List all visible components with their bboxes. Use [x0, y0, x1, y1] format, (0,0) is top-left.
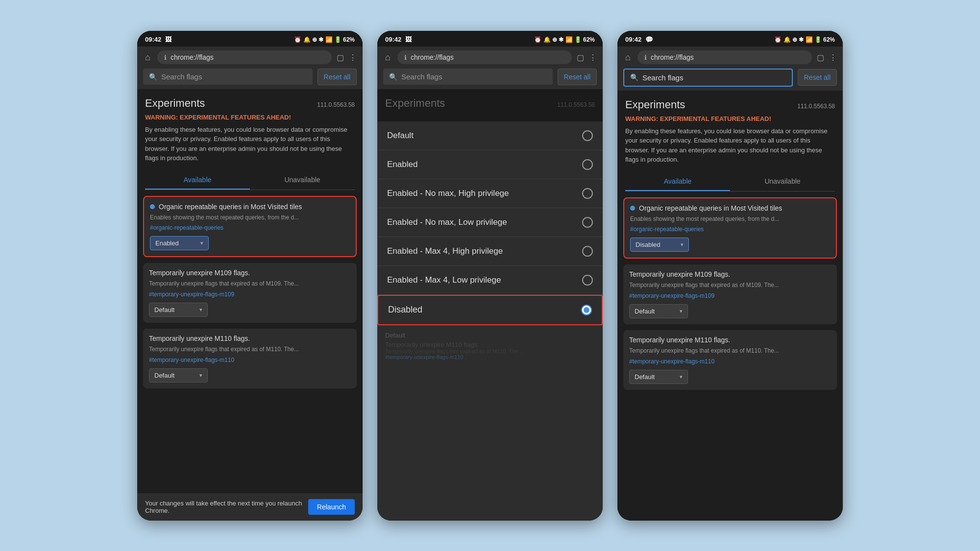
- flag-select-3-2[interactable]: Default ▾: [629, 304, 688, 318]
- address-text-1: chrome://flags: [171, 53, 214, 61]
- info-icon-1: ℹ: [164, 54, 167, 61]
- search-bar-row-1: 🔍 Search flags Reset all: [143, 69, 357, 85]
- tab-count-icon-1[interactable]: ▢: [337, 53, 344, 62]
- tab-available-3[interactable]: Available: [625, 172, 730, 191]
- search-icon-3: 🔍: [630, 73, 638, 81]
- flag-desc-1-1: Enables showing the most repeated querie…: [150, 214, 350, 222]
- search-icon-2: 🔍: [389, 73, 397, 81]
- flag-link-1-2[interactable]: #temporary-unexpire-flags-m109: [149, 291, 351, 298]
- chevron-icon-3-3: ▾: [680, 374, 683, 380]
- flag-select-3-1[interactable]: Disabled ▾: [630, 238, 689, 252]
- menu-icon-1[interactable]: ⋮: [349, 53, 357, 62]
- dropdown-item-enabled-no-max-low[interactable]: Enabled - No max, Low privilege: [377, 208, 603, 237]
- relaunch-button-1[interactable]: Relaunch: [308, 499, 355, 515]
- radio-enabled-max4-high: [582, 246, 593, 257]
- phone-2: 09:42 🖼 ⏰ 🔔 ⊕ ✱ 📶 🔋 62% ⌂ ℹ chrome://fla…: [377, 31, 603, 521]
- radio-enabled-max4-low: [582, 275, 593, 286]
- flag-card-3-2: Temporarily unexpire M109 flags. Tempora…: [623, 264, 837, 324]
- description-text-1: By enabling these features, you could lo…: [137, 125, 363, 171]
- flag-select-1-2[interactable]: Default ▾: [149, 303, 208, 317]
- experiments-header-1: Experiments 111.0.5563.58: [137, 89, 363, 114]
- home-icon-2[interactable]: ⌂: [383, 50, 392, 65]
- dropdown-overlay-2: Default Enabled Enabled - No max, High p…: [377, 121, 603, 521]
- dropdown-item-enabled-max4-high[interactable]: Enabled - Max 4, High privilege: [377, 237, 603, 266]
- dropdown-item-disabled[interactable]: Disabled: [377, 295, 603, 325]
- search-flags-input-3[interactable]: 🔍 Search flags: [623, 69, 793, 87]
- flag-desc-1-2: Temporarily unexpire flags that expired …: [149, 280, 351, 288]
- radio-enabled-no-max-high: [582, 188, 593, 199]
- warning-text-3: WARNING: EXPERIMENTAL FEATURES AHEAD!: [617, 115, 843, 126]
- address-bar-1[interactable]: ℹ chrome://flags: [157, 50, 332, 64]
- flag-title-3-3: Temporarily unexpire M110 flags.: [629, 336, 730, 344]
- address-text-2: chrome://flags: [411, 53, 454, 61]
- flag-dot-1-1: [150, 204, 155, 209]
- tab-unavailable-3[interactable]: Unavailable: [730, 172, 835, 191]
- description-text-3: By enabling these features, you could lo…: [617, 126, 843, 172]
- flag-link-3-1[interactable]: #organic-repeatable-queries: [630, 226, 830, 233]
- relaunch-bar-1: Your changes will take effect the next t…: [137, 493, 363, 521]
- flag-title-3-1: Organic repeatable queries in Most Visit…: [639, 204, 782, 212]
- tab-count-icon-2[interactable]: ▢: [577, 53, 584, 62]
- reset-all-button-1[interactable]: Reset all: [318, 69, 357, 85]
- home-icon-3[interactable]: ⌂: [623, 50, 633, 65]
- status-time-1: 09:42 🖼: [145, 36, 172, 43]
- tabs-row-1: Available Unavailable: [145, 171, 355, 190]
- radio-default: [582, 130, 593, 141]
- chevron-icon-3-1: ▾: [681, 241, 684, 248]
- flag-dot-3-1: [630, 206, 635, 211]
- phone-3: 09:42 💬 ⏰ 🔔 ⊕ ✱ 📶 🔋 62% ⌂ ℹ chrome://fla…: [617, 31, 843, 521]
- chevron-icon-1-1: ▾: [200, 240, 203, 246]
- reset-all-button-3[interactable]: Reset all: [798, 69, 837, 86]
- browser-chrome-1: ⌂ ℹ chrome://flags ▢ ⋮ 🔍 Search flags Re…: [137, 47, 363, 89]
- search-icon-1: 🔍: [149, 73, 157, 81]
- dropdown-item-enabled-no-max-high[interactable]: Enabled - No max, High privilege: [377, 179, 603, 208]
- status-bar-1: 09:42 🖼 ⏰ 🔔 ⊕ ✱ 📶 🔋 62%: [137, 31, 363, 47]
- flag-link-3-3[interactable]: #temporary-unexpire-flags-m110: [629, 358, 831, 365]
- status-icons-1: ⏰ 🔔 ⊕ ✱ 📶 🔋 62%: [294, 36, 355, 43]
- flag-link-1-3[interactable]: #temporary-unexpire-flags-m110: [149, 357, 351, 363]
- flag-link-1-1[interactable]: #organic-repeatable-queries: [150, 224, 350, 231]
- search-flags-input-2[interactable]: 🔍 Search flags: [383, 69, 553, 85]
- address-bar-3[interactable]: ℹ chrome://flags: [637, 50, 812, 64]
- relaunch-text-1: Your changes will take effect the next t…: [145, 500, 308, 514]
- flag-card-1-3: Temporarily unexpire M110 flags. Tempora…: [143, 329, 357, 388]
- browser-chrome-3: ⌂ ℹ chrome://flags ▢ ⋮ 🔍 Search flags Re…: [617, 47, 843, 91]
- flag-select-3-3[interactable]: Default ▾: [629, 370, 688, 384]
- flag-link-3-2[interactable]: #temporary-unexpire-flags-m109: [629, 292, 831, 299]
- tab-available-1[interactable]: Available: [145, 171, 250, 190]
- search-flags-input-1[interactable]: 🔍 Search flags: [143, 69, 313, 85]
- tab-count-icon-3[interactable]: ▢: [817, 53, 824, 62]
- nav-bar-1: ⌂ ℹ chrome://flags ▢ ⋮: [143, 50, 357, 65]
- browser-chrome-2: ⌂ ℹ chrome://flags ▢ ⋮ 🔍 Search flags Re…: [377, 47, 603, 89]
- experiments-title-1: Experiments: [145, 97, 205, 110]
- status-bar-2: 09:42 🖼 ⏰ 🔔 ⊕ ✱ 📶 🔋 62%: [377, 31, 603, 47]
- flag-card-3-3: Temporarily unexpire M110 flags. Tempora…: [623, 330, 837, 390]
- flag-select-1-3[interactable]: Default ▾: [149, 368, 208, 383]
- status-bar-3: 09:42 💬 ⏰ 🔔 ⊕ ✱ 📶 🔋 62%: [617, 31, 843, 47]
- info-icon-2: ℹ: [404, 54, 407, 61]
- flag-select-1-1[interactable]: Enabled ▾: [150, 236, 209, 250]
- flag-title-1-1: Organic repeatable queries in Most Visit…: [159, 203, 302, 211]
- experiments-title-3: Experiments: [625, 98, 685, 111]
- home-icon[interactable]: ⌂: [143, 50, 152, 65]
- flag-card-1-2: Temporarily unexpire M109 flags. Tempora…: [143, 263, 357, 323]
- tab-unavailable-1[interactable]: Unavailable: [250, 171, 355, 190]
- menu-icon-2[interactable]: ⋮: [589, 53, 597, 62]
- address-text-3: chrome://flags: [651, 53, 694, 61]
- radio-disabled: [581, 305, 592, 315]
- tabs-row-3: Available Unavailable: [625, 172, 835, 192]
- dropdown-item-enabled-max4-low[interactable]: Enabled - Max 4, Low privilege: [377, 266, 603, 295]
- address-bar-2[interactable]: ℹ chrome://flags: [397, 50, 572, 64]
- version-1: 111.0.5563.58: [317, 101, 355, 108]
- menu-icon-3[interactable]: ⋮: [829, 53, 837, 62]
- flag-desc-3-1: Enables showing the most repeated querie…: [630, 215, 830, 223]
- phone-1: 09:42 🖼 ⏰ 🔔 ⊕ ✱ 📶 🔋 62% ⌂ ℹ chrome://fla…: [137, 31, 363, 521]
- radio-enabled-no-max-low: [582, 217, 593, 228]
- flag-desc-1-3: Temporarily unexpire flags that expired …: [149, 345, 351, 354]
- chevron-icon-3-2: ▾: [680, 308, 683, 314]
- page-content-3: Experiments 111.0.5563.58 WARNING: EXPER…: [617, 91, 843, 521]
- dropdown-item-enabled[interactable]: Enabled: [377, 150, 603, 179]
- dropdown-item-default[interactable]: Default: [377, 121, 603, 150]
- reset-all-button-2[interactable]: Reset all: [558, 69, 597, 85]
- chevron-icon-1-2: ▾: [199, 307, 202, 313]
